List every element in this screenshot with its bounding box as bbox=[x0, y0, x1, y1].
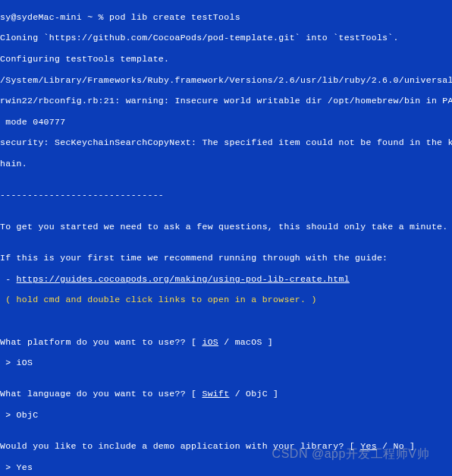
option-yes: Yes bbox=[360, 441, 377, 451]
user-input[interactable]: Yes bbox=[17, 462, 33, 472]
text: - bbox=[0, 274, 17, 284]
terminal-line: sy@sydeMac-mini ~ % pod lib create testT… bbox=[0, 12, 452, 23]
terminal-line: Cloning `https://github.com/CocoaPods/po… bbox=[0, 33, 452, 43]
text: What language do you want to use?? [ bbox=[0, 389, 202, 399]
prompt-answer: > Yes bbox=[0, 462, 452, 473]
text: / macOS ] bbox=[218, 337, 273, 347]
terminal-line: If this is your first time we recommend … bbox=[0, 253, 452, 263]
prompt-caret: > bbox=[0, 462, 17, 472]
prompt-answer: > iOS bbox=[0, 358, 452, 368]
guide-link[interactable]: https://guides.cocoapods.org/making/usin… bbox=[17, 274, 350, 284]
terminal-divider: ------------------------------ bbox=[0, 190, 452, 200]
text: / No ] bbox=[377, 441, 415, 451]
prompt-question-platform: What platform do you want to use?? [ iOS… bbox=[0, 337, 452, 348]
text: Would you like to include a demo applica… bbox=[0, 441, 360, 451]
terminal-line: rwin22/rbconfig.rb:21: warning: Insecure… bbox=[0, 96, 452, 106]
terminal-hint: ( hold cmd and double click links to ope… bbox=[0, 295, 452, 305]
option-ios: iOS bbox=[202, 337, 218, 347]
prompt-question-language: What language do you want to use?? [ Swi… bbox=[0, 389, 452, 399]
terminal-line: Configuring testTools template. bbox=[0, 54, 452, 65]
terminal-line: - https://guides.cocoapods.org/making/us… bbox=[0, 274, 452, 285]
terminal-line: mode 040777 bbox=[0, 117, 452, 128]
user-input[interactable]: iOS bbox=[17, 358, 33, 367]
terminal-line: security: SecKeychainSearchCopyNext: The… bbox=[0, 137, 452, 148]
prompt-caret: > bbox=[0, 358, 17, 367]
prompt-answer: > ObjC bbox=[0, 410, 452, 421]
option-swift: Swift bbox=[202, 389, 229, 399]
terminal-line: hain. bbox=[0, 159, 452, 169]
terminal-line: /System/Library/Frameworks/Ruby.framewor… bbox=[0, 75, 452, 86]
text: / ObjC ] bbox=[229, 389, 278, 399]
text: What platform do you want to use?? [ bbox=[0, 337, 202, 347]
prompt-caret: > bbox=[0, 410, 17, 420]
terminal-output: sy@sydeMac-mini ~ % pod lib create testT… bbox=[0, 2, 452, 476]
terminal-line: To get you started we need to ask a few … bbox=[0, 222, 452, 232]
user-input[interactable]: ObjC bbox=[17, 410, 39, 420]
prompt-question-demo: Would you like to include a demo applica… bbox=[0, 441, 452, 452]
